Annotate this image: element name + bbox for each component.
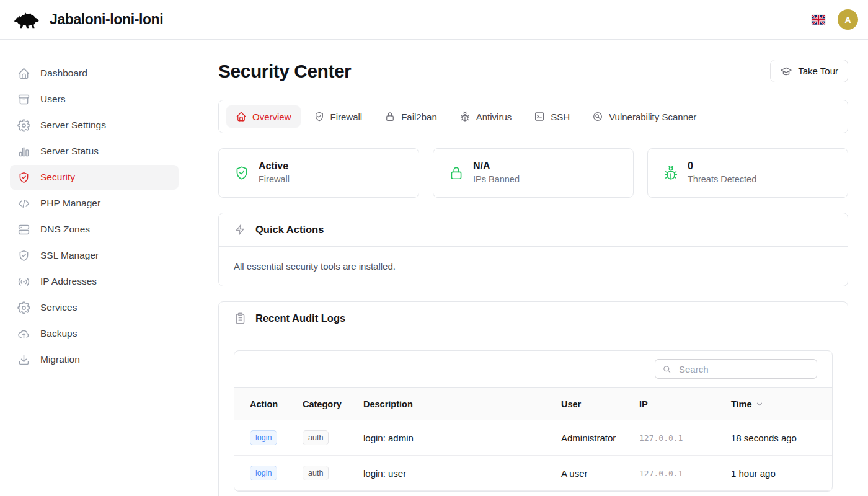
search-circle-icon bbox=[592, 111, 603, 122]
column-header-time[interactable]: Time bbox=[731, 388, 832, 420]
audit-table-container: Action Category Description User IP Time bbox=[234, 350, 833, 492]
tab-ssh[interactable]: SSH bbox=[525, 105, 579, 128]
take-tour-button[interactable]: Take Tour bbox=[770, 60, 848, 82]
tab-label: Vulnerability Scanner bbox=[609, 112, 696, 122]
status-value: 0 bbox=[688, 160, 756, 173]
top-bar: Jabaloni-loni-loni A bbox=[0, 0, 868, 40]
status-value: N/A bbox=[473, 160, 520, 173]
status-card-threats: 0 Threats Detected bbox=[647, 148, 848, 198]
brand[interactable]: Jabaloni-loni-loni bbox=[14, 10, 163, 30]
sidebar-item-server-settings[interactable]: Server Settings bbox=[10, 113, 179, 138]
ip-cell: 127.0.0.1 bbox=[639, 456, 731, 491]
shield-check-icon bbox=[17, 249, 30, 262]
lock-icon bbox=[384, 111, 396, 122]
sidebar-item-users[interactable]: Users bbox=[10, 87, 179, 112]
column-header-category[interactable]: Category bbox=[303, 388, 363, 420]
sidebar-item-security[interactable]: Security bbox=[10, 165, 179, 190]
sidebar-item-php-manager[interactable]: PHP Manager bbox=[10, 191, 179, 216]
status-label: IPs Banned bbox=[473, 173, 520, 185]
sidebar: Dashboard Users Server Settings Server S… bbox=[0, 40, 188, 496]
tab-antivirus[interactable]: Antivirus bbox=[450, 105, 521, 128]
main-content: Security Center Take Tour Overview Firew… bbox=[188, 40, 868, 496]
column-header-ip[interactable]: IP bbox=[639, 388, 731, 420]
tab-label: Firewall bbox=[330, 112, 363, 122]
table-row: login auth login: user A user 127.0.0.1 … bbox=[234, 456, 832, 491]
sidebar-item-label: Migration bbox=[40, 354, 80, 365]
status-card-ips-banned: N/A IPs Banned bbox=[433, 148, 634, 198]
column-header-description[interactable]: Description bbox=[363, 388, 561, 420]
shield-check-icon bbox=[17, 171, 30, 184]
status-label: Firewall bbox=[259, 173, 290, 185]
tab-firewall[interactable]: Firewall bbox=[304, 105, 372, 128]
take-tour-label: Take Tour bbox=[798, 66, 838, 76]
user-avatar[interactable]: A bbox=[838, 9, 858, 30]
sidebar-item-dashboard[interactable]: Dashboard bbox=[10, 61, 179, 86]
description-cell: login: user bbox=[363, 456, 561, 491]
sidebar-item-label: IP Addresses bbox=[40, 276, 97, 287]
home-icon bbox=[17, 67, 30, 80]
status-label: Threats Detected bbox=[688, 173, 756, 185]
app-title: Jabaloni-loni-loni bbox=[50, 11, 163, 28]
time-cell: 1 hour ago bbox=[731, 456, 832, 491]
sidebar-item-dns-zones[interactable]: DNS Zones bbox=[10, 217, 179, 242]
sidebar-item-label: Users bbox=[40, 94, 65, 105]
clipboard-icon bbox=[234, 312, 247, 325]
status-card-firewall: Active Firewall bbox=[218, 148, 419, 198]
boar-logo-icon bbox=[14, 10, 42, 30]
tab-overview[interactable]: Overview bbox=[226, 105, 301, 128]
search-input[interactable] bbox=[678, 363, 810, 375]
tab-label: SSH bbox=[551, 112, 570, 122]
search-field bbox=[655, 359, 817, 379]
audit-logs-title: Recent Audit Logs bbox=[255, 312, 345, 324]
column-header-action[interactable]: Action bbox=[234, 388, 303, 420]
uk-flag-icon bbox=[812, 15, 825, 25]
sidebar-item-label: Server Settings bbox=[40, 120, 106, 131]
tab-vulnerability-scanner[interactable]: Vulnerability Scanner bbox=[583, 105, 706, 128]
user-cell: A user bbox=[561, 456, 639, 491]
sidebar-item-backups[interactable]: Backups bbox=[10, 321, 179, 346]
time-cell: 18 seconds ago bbox=[731, 420, 832, 456]
page-title: Security Center bbox=[218, 61, 351, 82]
user-cell: Administrator bbox=[561, 420, 639, 456]
shield-check-icon bbox=[234, 165, 250, 181]
chevron-down-icon bbox=[755, 400, 764, 409]
terminal-icon bbox=[534, 111, 545, 122]
sidebar-item-migration[interactable]: Migration bbox=[10, 347, 179, 372]
sidebar-item-label: Dashboard bbox=[40, 68, 87, 79]
audit-table: Action Category Description User IP Time bbox=[234, 388, 832, 491]
sidebar-item-label: Security bbox=[40, 172, 75, 183]
sidebar-item-server-status[interactable]: Server Status bbox=[10, 139, 179, 164]
status-cards: Active Firewall N/A IPs Banned 0 Threats… bbox=[218, 148, 848, 198]
sidebar-item-label: Server Status bbox=[40, 146, 99, 157]
category-badge: auth bbox=[303, 466, 329, 480]
gear-icon bbox=[17, 301, 30, 314]
language-flag-icon[interactable] bbox=[812, 15, 825, 25]
action-badge: login bbox=[250, 430, 277, 445]
lightning-icon bbox=[234, 223, 247, 236]
status-value: Active bbox=[259, 160, 290, 173]
sidebar-item-ip-addresses[interactable]: IP Addresses bbox=[10, 269, 179, 294]
tab-fail2ban[interactable]: Fail2ban bbox=[375, 105, 446, 128]
action-badge: login bbox=[250, 466, 277, 480]
sidebar-item-label: SSL Manager bbox=[40, 250, 99, 261]
server-icon bbox=[17, 223, 30, 236]
table-header-row: Action Category Description User IP Time bbox=[234, 388, 832, 420]
column-header-time-label: Time bbox=[731, 399, 752, 409]
bug-icon bbox=[459, 111, 471, 122]
sidebar-item-ssl-manager[interactable]: SSL Manager bbox=[10, 243, 179, 268]
bug-icon bbox=[663, 165, 679, 181]
ip-cell: 127.0.0.1 bbox=[639, 420, 731, 456]
column-header-user[interactable]: User bbox=[561, 388, 639, 420]
search-icon bbox=[662, 364, 672, 374]
table-row: login auth login: admin Administrator 12… bbox=[234, 420, 832, 456]
sidebar-item-label: Services bbox=[40, 302, 77, 313]
gear-icon bbox=[17, 119, 30, 132]
home-icon bbox=[236, 111, 247, 122]
category-badge: auth bbox=[303, 430, 329, 445]
bar-chart-icon bbox=[17, 145, 30, 158]
tab-label: Antivirus bbox=[476, 112, 512, 122]
sidebar-item-services[interactable]: Services bbox=[10, 295, 179, 320]
quick-actions-title: Quick Actions bbox=[255, 224, 324, 236]
broadcast-icon bbox=[17, 275, 30, 288]
tab-label: Fail2ban bbox=[401, 112, 437, 122]
